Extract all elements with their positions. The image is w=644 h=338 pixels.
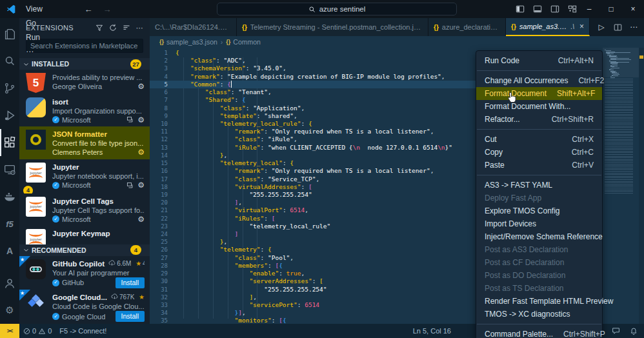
toggle-secondary-sidebar-icon[interactable] (550, 5, 559, 14)
bell-icon[interactable] (630, 327, 638, 335)
menubar-item-go[interactable]: Go (21, 16, 62, 30)
extension-provides-ability-to-preview[interactable]: 5Provides ability to preview ...George O… (19, 70, 150, 94)
rating-value: 4 (143, 259, 145, 268)
line-number: 15 (150, 159, 176, 167)
line-number: 34 (150, 309, 176, 317)
menu-item-format-document[interactable]: Format DocumentShift+Alt+F (476, 87, 602, 100)
gear-icon[interactable]: ⚙ (137, 82, 145, 91)
line-number: 26 (150, 246, 176, 254)
tab-telemetry-streaming-sentinel-postman-collection-json[interactable]: {}Telemetry Streaming - Sentinel.postman… (237, 18, 428, 36)
extension-isort[interactable]: isortImport Organization suppo...✓Micros… (19, 94, 150, 127)
forward-icon[interactable]: → (103, 5, 111, 14)
tab-azure-declaration-json[interactable]: {}azure_declaration.json (428, 18, 506, 36)
clear-extensions-icon[interactable] (123, 24, 130, 32)
remote-install-icon[interactable] (126, 116, 134, 123)
extension-name: JSON formatter (52, 130, 107, 139)
gear-icon[interactable]: ⚙ (137, 115, 145, 124)
more-actions-icon[interactable]: ⋯ (136, 24, 143, 32)
menu-item-paste[interactable]: PasteCtrl+V (476, 159, 602, 172)
menubar-item-run[interactable]: Run (21, 30, 62, 45)
refresh-icon[interactable] (109, 24, 117, 32)
filter-icon[interactable] (96, 24, 103, 32)
remote-install-icon[interactable] (126, 182, 134, 189)
menu-item-inject-remove-schema-reference[interactable]: Inject/Remove Schema Reference (476, 230, 602, 243)
close-icon[interactable]: × (622, 0, 644, 18)
menu-item-change-all-occurrences[interactable]: Change All OccurrencesCtrl+F2 (476, 74, 602, 87)
line-text: "Common": { (176, 81, 231, 88)
menu-item-tmos-xc-diagnostics[interactable]: TMOS -> XC diagnostics (476, 308, 602, 321)
split-editor-icon[interactable] (610, 20, 625, 34)
line-number: 17 (150, 175, 176, 183)
close-tab-icon[interactable]: × (579, 22, 584, 31)
install-button[interactable]: Install (116, 311, 145, 322)
menubar-item-more[interactable]: ⋯ (21, 45, 62, 59)
line-text: "telemetry_local": { (176, 159, 294, 167)
menu-item-command-palette[interactable]: Command Palette...Ctrl+Shift+P (476, 328, 602, 338)
more-editor-actions-icon[interactable]: ⋯ (627, 20, 641, 34)
menu-item-post-as-ts-declaration: Post as TS Declaration (476, 282, 602, 295)
search-value: azure sentinel (319, 5, 366, 13)
activity-bar-docker-icon[interactable] (0, 183, 19, 210)
menu-item-label: Change All Occurrences (485, 76, 568, 85)
problems-status[interactable]: 0 0 (19, 324, 55, 338)
extension-jupyter[interactable]: jupyter4JupyterJupyter notebook support,… (19, 159, 150, 194)
gear-icon[interactable]: ⚙ (137, 148, 145, 157)
menu-item-format-document-with[interactable]: Format Document With... (476, 100, 602, 113)
remote-indicator[interactable]: >< (0, 324, 19, 338)
gear-icon[interactable]: ⚙ (137, 181, 145, 190)
extension-publisher: Google Cloud (62, 312, 105, 321)
menu-item-cut[interactable]: CutCtrl+X (476, 133, 602, 146)
menu-item-render-fast-template-html-preview[interactable]: Render Fast Template HTML Preview (476, 295, 602, 308)
activity-bar-remote-explorer-icon[interactable] (0, 156, 19, 183)
activity-bar-extensions-icon[interactable] (0, 129, 19, 156)
activity-bar-search-icon[interactable] (0, 48, 19, 75)
extension-jupyter-keymap[interactable]: jupyterJupyter Keymap (19, 226, 150, 244)
minimize-icon[interactable]: – (578, 0, 600, 18)
menu-item-import-devices[interactable]: Import Devices (476, 217, 602, 230)
extension-jupyter-cell-tags[interactable]: jupyterJupyter Cell TagsJupyter Cell Tag… (19, 194, 150, 226)
command-center-search[interactable]: azure sentinel (217, 3, 457, 15)
activity-bar-explorer-icon[interactable] (0, 21, 19, 48)
menubar-item-view[interactable]: View (21, 2, 62, 16)
tab-sample-as3-json[interactable]: {}sample_as3.json.\× (506, 18, 590, 36)
extension-github-copilot[interactable]: ★GitHub Copilot6.6M ★4Your AI pair progr… (19, 256, 150, 290)
activity-bar-f5-icon[interactable]: f5 (0, 210, 19, 237)
breadcrumb-item-common[interactable]: {}Common (226, 38, 261, 46)
menu-item-as3-fast-yaml[interactable]: AS3 -> FAST YAML (476, 179, 602, 192)
menu-item-run-code[interactable]: Run CodeCtrl+Alt+N (476, 54, 602, 67)
extension-google-cloud[interactable]: ★Google Cloud...767K ★3Cloud Code is Goo… (19, 290, 150, 324)
activity-bar-source-control-icon[interactable] (0, 75, 19, 102)
minimap[interactable] (603, 48, 639, 324)
recommended-ribbon-icon: ★ (19, 290, 30, 301)
menu-item-refactor[interactable]: Refactor...Ctrl+Shift+R (476, 113, 602, 126)
menu-item-explore-tmos-config[interactable]: Explore TMOS Config (476, 204, 602, 217)
activity-bar-settings-icon[interactable]: ⚙ (0, 297, 19, 324)
section-badge: 4 (130, 245, 141, 255)
extension-icon (26, 97, 46, 117)
tab-c-rar-dia26124-19679[interactable]: C:\...\Rar$DIa26124.19679 (150, 18, 237, 36)
customize-layout-icon[interactable] (568, 5, 577, 14)
gear-icon[interactable]: ⚙ (137, 215, 145, 224)
extension-json-formatter[interactable]: JSON formatterConvert file to file type … (19, 126, 150, 159)
feedback-icon[interactable] (612, 327, 620, 335)
breadcrumb-item-sample-as3-json[interactable]: {}sample_as3.json (159, 38, 217, 46)
menu-item-copy[interactable]: CopyCtrl+C (476, 146, 602, 159)
run-code-icon[interactable]: ▷ (594, 20, 609, 34)
toggle-panel-icon[interactable] (533, 5, 542, 14)
activity-bar-run-debug-icon[interactable] (0, 102, 19, 129)
activity-bar-azure-icon[interactable]: A (0, 237, 19, 264)
back-icon[interactable]: ← (84, 5, 92, 14)
install-button[interactable]: Install (116, 277, 145, 288)
section-header-recommended[interactable]: RECOMMENDED4 (19, 244, 150, 256)
line-number: 3 (150, 65, 176, 72)
line-number: 14 (150, 152, 176, 159)
maximize-icon[interactable]: □ (600, 0, 622, 18)
verified-publisher-icon: ✓ (52, 313, 59, 320)
extension-publisher: Microsoft (62, 215, 91, 224)
activity-bar-account-icon[interactable] (0, 270, 19, 297)
line-text: }, (176, 152, 227, 159)
section-header-installed[interactable]: INSTALLED27 (19, 58, 150, 70)
toggle-sidebar-icon[interactable] (516, 5, 525, 14)
f5-connect-status[interactable]: F5 -> Connect! (55, 324, 110, 338)
cursor-position-status[interactable]: Ln 5, Col 16 (409, 324, 455, 338)
